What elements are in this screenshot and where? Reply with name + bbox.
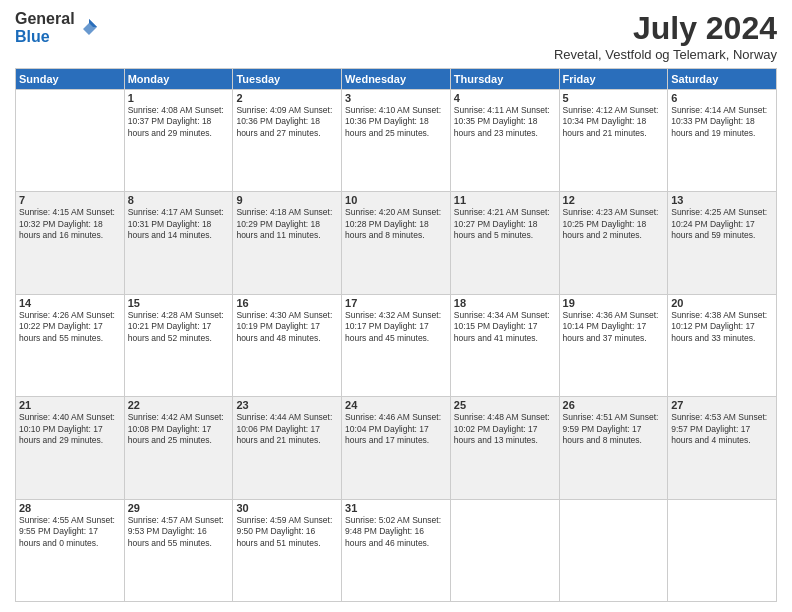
header-sunday: Sunday: [16, 69, 125, 90]
table-row: 16Sunrise: 4:30 AM Sunset: 10:19 PM Dayl…: [233, 294, 342, 396]
day-info: Sunrise: 4:17 AM Sunset: 10:31 PM Daylig…: [128, 207, 230, 241]
table-row: 31Sunrise: 5:02 AM Sunset: 9:48 PM Dayli…: [342, 499, 451, 601]
day-info: Sunrise: 4:28 AM Sunset: 10:21 PM Daylig…: [128, 310, 230, 344]
day-info: Sunrise: 4:57 AM Sunset: 9:53 PM Dayligh…: [128, 515, 230, 549]
calendar: Sunday Monday Tuesday Wednesday Thursday…: [15, 68, 777, 602]
day-info: Sunrise: 5:02 AM Sunset: 9:48 PM Dayligh…: [345, 515, 447, 549]
table-row: 23Sunrise: 4:44 AM Sunset: 10:06 PM Dayl…: [233, 397, 342, 499]
logo-blue: Blue: [15, 28, 75, 46]
week-row-1: 1Sunrise: 4:08 AM Sunset: 10:37 PM Dayli…: [16, 90, 777, 192]
day-number: 2: [236, 92, 338, 104]
day-number: 24: [345, 399, 447, 411]
table-row: 3Sunrise: 4:10 AM Sunset: 10:36 PM Dayli…: [342, 90, 451, 192]
day-number: 14: [19, 297, 121, 309]
day-number: 10: [345, 194, 447, 206]
table-row: 28Sunrise: 4:55 AM Sunset: 9:55 PM Dayli…: [16, 499, 125, 601]
day-number: 6: [671, 92, 773, 104]
table-row: 30Sunrise: 4:59 AM Sunset: 9:50 PM Dayli…: [233, 499, 342, 601]
logo-icon: [79, 17, 99, 37]
day-number: 30: [236, 502, 338, 514]
day-number: 20: [671, 297, 773, 309]
day-number: 7: [19, 194, 121, 206]
day-info: Sunrise: 4:46 AM Sunset: 10:04 PM Daylig…: [345, 412, 447, 446]
day-info: Sunrise: 4:18 AM Sunset: 10:29 PM Daylig…: [236, 207, 338, 241]
location-subtitle: Revetal, Vestfold og Telemark, Norway: [554, 47, 777, 62]
table-row: 19Sunrise: 4:36 AM Sunset: 10:14 PM Dayl…: [559, 294, 668, 396]
table-row: [668, 499, 777, 601]
day-number: 16: [236, 297, 338, 309]
table-row: [559, 499, 668, 601]
table-row: 6Sunrise: 4:14 AM Sunset: 10:33 PM Dayli…: [668, 90, 777, 192]
table-row: 4Sunrise: 4:11 AM Sunset: 10:35 PM Dayli…: [450, 90, 559, 192]
day-info: Sunrise: 4:21 AM Sunset: 10:27 PM Daylig…: [454, 207, 556, 241]
weekday-header-row: Sunday Monday Tuesday Wednesday Thursday…: [16, 69, 777, 90]
day-info: Sunrise: 4:44 AM Sunset: 10:06 PM Daylig…: [236, 412, 338, 446]
day-info: Sunrise: 4:20 AM Sunset: 10:28 PM Daylig…: [345, 207, 447, 241]
day-info: Sunrise: 4:53 AM Sunset: 9:57 PM Dayligh…: [671, 412, 773, 446]
day-number: 27: [671, 399, 773, 411]
table-row: 15Sunrise: 4:28 AM Sunset: 10:21 PM Dayl…: [124, 294, 233, 396]
day-number: 23: [236, 399, 338, 411]
table-row: 22Sunrise: 4:42 AM Sunset: 10:08 PM Dayl…: [124, 397, 233, 499]
table-row: 29Sunrise: 4:57 AM Sunset: 9:53 PM Dayli…: [124, 499, 233, 601]
table-row: 9Sunrise: 4:18 AM Sunset: 10:29 PM Dayli…: [233, 192, 342, 294]
header-wednesday: Wednesday: [342, 69, 451, 90]
day-number: 28: [19, 502, 121, 514]
table-row: 26Sunrise: 4:51 AM Sunset: 9:59 PM Dayli…: [559, 397, 668, 499]
day-info: Sunrise: 4:26 AM Sunset: 10:22 PM Daylig…: [19, 310, 121, 344]
day-number: 17: [345, 297, 447, 309]
day-number: 13: [671, 194, 773, 206]
day-info: Sunrise: 4:23 AM Sunset: 10:25 PM Daylig…: [563, 207, 665, 241]
day-info: Sunrise: 4:38 AM Sunset: 10:12 PM Daylig…: [671, 310, 773, 344]
week-row-4: 21Sunrise: 4:40 AM Sunset: 10:10 PM Dayl…: [16, 397, 777, 499]
logo-text: General Blue: [15, 10, 75, 45]
table-row: 13Sunrise: 4:25 AM Sunset: 10:24 PM Dayl…: [668, 192, 777, 294]
day-info: Sunrise: 4:11 AM Sunset: 10:35 PM Daylig…: [454, 105, 556, 139]
table-row: 21Sunrise: 4:40 AM Sunset: 10:10 PM Dayl…: [16, 397, 125, 499]
week-row-3: 14Sunrise: 4:26 AM Sunset: 10:22 PM Dayl…: [16, 294, 777, 396]
header: General Blue July 2024 Revetal, Vestfold…: [15, 10, 777, 62]
day-number: 26: [563, 399, 665, 411]
table-row: 18Sunrise: 4:34 AM Sunset: 10:15 PM Dayl…: [450, 294, 559, 396]
day-number: 21: [19, 399, 121, 411]
day-info: Sunrise: 4:40 AM Sunset: 10:10 PM Daylig…: [19, 412, 121, 446]
header-tuesday: Tuesday: [233, 69, 342, 90]
table-row: 20Sunrise: 4:38 AM Sunset: 10:12 PM Dayl…: [668, 294, 777, 396]
day-info: Sunrise: 4:34 AM Sunset: 10:15 PM Daylig…: [454, 310, 556, 344]
day-info: Sunrise: 4:14 AM Sunset: 10:33 PM Daylig…: [671, 105, 773, 139]
day-number: 1: [128, 92, 230, 104]
day-number: 12: [563, 194, 665, 206]
day-number: 31: [345, 502, 447, 514]
day-number: 9: [236, 194, 338, 206]
table-row: 2Sunrise: 4:09 AM Sunset: 10:36 PM Dayli…: [233, 90, 342, 192]
table-row: 12Sunrise: 4:23 AM Sunset: 10:25 PM Dayl…: [559, 192, 668, 294]
day-info: Sunrise: 4:10 AM Sunset: 10:36 PM Daylig…: [345, 105, 447, 139]
day-info: Sunrise: 4:59 AM Sunset: 9:50 PM Dayligh…: [236, 515, 338, 549]
table-row: 25Sunrise: 4:48 AM Sunset: 10:02 PM Dayl…: [450, 397, 559, 499]
day-info: Sunrise: 4:15 AM Sunset: 10:32 PM Daylig…: [19, 207, 121, 241]
table-row: 5Sunrise: 4:12 AM Sunset: 10:34 PM Dayli…: [559, 90, 668, 192]
title-area: July 2024 Revetal, Vestfold og Telemark,…: [554, 10, 777, 62]
table-row: 8Sunrise: 4:17 AM Sunset: 10:31 PM Dayli…: [124, 192, 233, 294]
header-thursday: Thursday: [450, 69, 559, 90]
table-row: 14Sunrise: 4:26 AM Sunset: 10:22 PM Dayl…: [16, 294, 125, 396]
day-info: Sunrise: 4:12 AM Sunset: 10:34 PM Daylig…: [563, 105, 665, 139]
table-row: 17Sunrise: 4:32 AM Sunset: 10:17 PM Dayl…: [342, 294, 451, 396]
day-info: Sunrise: 4:55 AM Sunset: 9:55 PM Dayligh…: [19, 515, 121, 549]
logo: General Blue: [15, 10, 99, 45]
table-row: [16, 90, 125, 192]
day-info: Sunrise: 4:32 AM Sunset: 10:17 PM Daylig…: [345, 310, 447, 344]
day-number: 11: [454, 194, 556, 206]
logo-general: General: [15, 10, 75, 28]
day-info: Sunrise: 4:25 AM Sunset: 10:24 PM Daylig…: [671, 207, 773, 241]
day-info: Sunrise: 4:30 AM Sunset: 10:19 PM Daylig…: [236, 310, 338, 344]
day-number: 5: [563, 92, 665, 104]
week-row-5: 28Sunrise: 4:55 AM Sunset: 9:55 PM Dayli…: [16, 499, 777, 601]
table-row: [450, 499, 559, 601]
day-number: 29: [128, 502, 230, 514]
week-row-2: 7Sunrise: 4:15 AM Sunset: 10:32 PM Dayli…: [16, 192, 777, 294]
day-number: 18: [454, 297, 556, 309]
day-number: 4: [454, 92, 556, 104]
table-row: 1Sunrise: 4:08 AM Sunset: 10:37 PM Dayli…: [124, 90, 233, 192]
day-info: Sunrise: 4:42 AM Sunset: 10:08 PM Daylig…: [128, 412, 230, 446]
